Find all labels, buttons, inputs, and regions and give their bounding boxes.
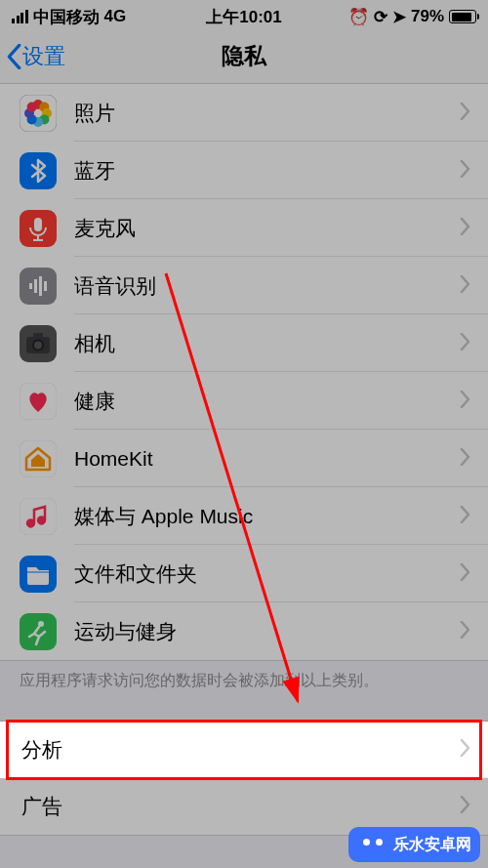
status-bar: 中国移动 4G 上午10:01 ⏰ ⟳ ➤ 79% [0, 0, 488, 29]
svg-rect-15 [39, 276, 42, 296]
signal-icon [12, 10, 28, 23]
battery-pct: 79% [411, 7, 444, 26]
status-time: 上午10:01 [206, 6, 281, 28]
row-label: 语音识别 [74, 272, 460, 300]
row-label: HomeKit [74, 447, 460, 471]
network-label: 4G [104, 7, 127, 26]
row-label: 分析 [21, 736, 460, 764]
settings-row-photos[interactable]: 照片 [0, 84, 488, 142]
privacy-list-group-2: 分析 广告 [0, 721, 488, 836]
robot-face-icon [357, 832, 388, 857]
microphone-icon [20, 210, 57, 247]
svg-rect-14 [34, 279, 37, 293]
row-label: 麦克风 [74, 215, 460, 242]
settings-row-bluetooth[interactable]: 蓝牙 [0, 142, 488, 199]
chevron-right-icon [460, 621, 470, 642]
privacy-list-group-1: 照片 蓝牙 麦克风 语音识别 相机 健康 HomeKit 媒体与 Apple M… [0, 84, 488, 661]
row-label: 文件和文件夹 [74, 560, 460, 588]
watermark-logo: 乐水安卓网 [348, 827, 480, 862]
row-label: 相机 [74, 330, 460, 357]
settings-row-homekit[interactable]: HomeKit [0, 430, 488, 487]
battery-icon [449, 10, 476, 23]
music-icon [20, 498, 57, 535]
svg-rect-12 [20, 268, 57, 305]
svg-rect-19 [33, 333, 43, 338]
svg-point-26 [39, 517, 45, 522]
settings-row-speech[interactable]: 语音识别 [0, 257, 488, 314]
svg-point-21 [34, 341, 42, 349]
svg-point-8 [27, 102, 37, 111]
settings-row-microphone[interactable]: 麦克风 [0, 199, 488, 257]
group-footer-note: 应用程序请求访问您的数据时会被添加到以上类别。 [0, 661, 488, 721]
settings-row-motion[interactable]: 运动与健身 [0, 602, 488, 660]
speech-icon [20, 268, 57, 305]
chevron-right-icon [460, 739, 470, 761]
row-label: 照片 [74, 100, 460, 127]
svg-rect-13 [29, 283, 32, 289]
homekit-icon [20, 440, 57, 477]
settings-row-music[interactable]: 媒体与 Apple Music [0, 487, 488, 545]
camera-icon [20, 325, 57, 362]
status-left: 中国移动 4G [12, 6, 126, 28]
chevron-right-icon [460, 563, 470, 585]
chevron-right-icon [460, 333, 470, 354]
row-label: 健康 [74, 388, 460, 415]
nav-title: 隐私 [222, 41, 266, 71]
chevron-right-icon [460, 160, 470, 182]
chevron-right-icon [460, 103, 470, 124]
svg-rect-16 [44, 281, 47, 291]
row-label: 广告 [21, 793, 460, 820]
status-right: ⏰ ⟳ ➤ 79% [348, 7, 476, 27]
chevron-right-icon [460, 796, 470, 817]
bluetooth-icon [20, 152, 57, 189]
back-label: 设置 [22, 42, 65, 71]
analytics-row[interactable]: 分析 [0, 722, 488, 778]
svg-point-25 [28, 519, 34, 525]
watermark-text: 乐水安卓网 [393, 835, 471, 855]
alarm-icon: ⏰ [348, 7, 369, 27]
chevron-right-icon [460, 448, 470, 470]
row-label: 蓝牙 [74, 157, 460, 185]
photos-icon [20, 95, 57, 132]
back-button[interactable]: 设置 [0, 42, 65, 71]
health-icon [20, 383, 57, 420]
nav-bar: 设置 隐私 [0, 29, 488, 84]
svg-rect-28 [20, 613, 57, 650]
chevron-right-icon [460, 275, 470, 297]
location-icon: ➤ [392, 7, 406, 27]
chevron-right-icon [460, 506, 470, 527]
svg-rect-24 [20, 498, 57, 535]
settings-row-camera[interactable]: 相机 [0, 314, 488, 372]
row-label: 运动与健身 [74, 618, 460, 645]
row-label: 媒体与 Apple Music [74, 503, 460, 530]
lock-rotation-icon: ⟳ [374, 7, 387, 27]
settings-row-files[interactable]: 文件和文件夹 [0, 545, 488, 602]
chevron-right-icon [460, 391, 470, 412]
svg-rect-11 [34, 218, 42, 231]
chevron-left-icon [6, 44, 22, 69]
carrier-label: 中国移动 [33, 6, 100, 28]
motion-icon [20, 613, 57, 650]
files-icon [20, 556, 57, 593]
chevron-right-icon [460, 218, 470, 239]
settings-row-health[interactable]: 健康 [0, 372, 488, 430]
